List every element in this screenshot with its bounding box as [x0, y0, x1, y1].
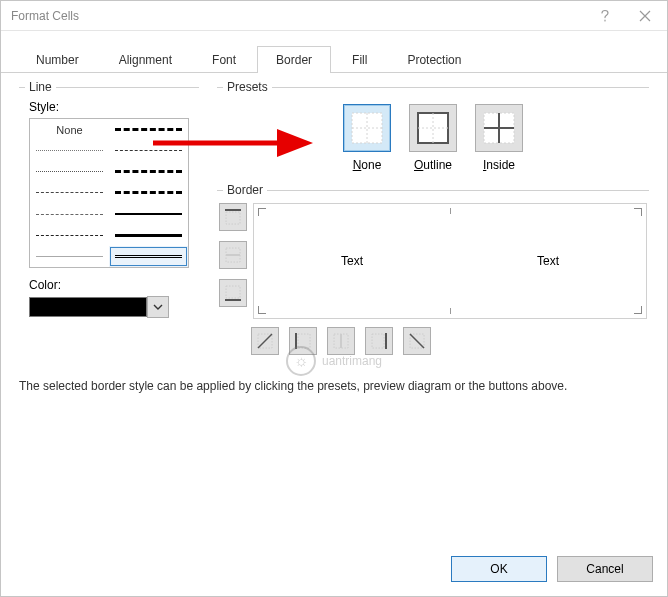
style-none[interactable]: None: [30, 119, 109, 140]
svg-rect-18: [298, 334, 310, 348]
dialog-buttons: OK Cancel: [451, 556, 653, 582]
border-group-label: Border: [223, 183, 267, 197]
line-group: Line Style: None: [19, 87, 199, 357]
style-thick[interactable]: [109, 225, 188, 246]
style-hair[interactable]: [30, 140, 109, 161]
style-list[interactable]: None: [29, 118, 189, 268]
preset-outline-label: Outline: [409, 158, 457, 172]
border-diagonal-up-button[interactable]: [251, 327, 279, 355]
preset-none-button[interactable]: [343, 104, 391, 152]
style-dashdotdot[interactable]: [30, 225, 109, 246]
presets-group-label: Presets: [223, 80, 272, 94]
border-bottom-buttons: [251, 327, 647, 355]
style-dashed-thin[interactable]: [30, 182, 109, 203]
groups: Line Style: None: [19, 87, 649, 357]
presets-row: None Outline: [217, 100, 649, 180]
tab-body: Line Style: None: [1, 73, 667, 409]
style-slantdashdot[interactable]: [109, 140, 188, 161]
presets-group: Presets None: [217, 87, 649, 180]
preset-none: None: [343, 104, 391, 172]
preset-inside-button[interactable]: [475, 104, 523, 152]
style-dashdot[interactable]: [30, 204, 109, 225]
format-cells-dialog: Format Cells Number Alignment Font Borde…: [0, 0, 668, 597]
window-controls: [585, 2, 665, 30]
preset-inside-icon: [482, 111, 516, 145]
preset-inside: Inside: [475, 104, 523, 172]
style-medium-dashdot[interactable]: [109, 161, 188, 182]
svg-rect-10: [226, 212, 240, 224]
svg-line-24: [410, 334, 424, 348]
color-dropdown-button[interactable]: [147, 296, 169, 318]
style-dotted[interactable]: [30, 161, 109, 182]
hint-text: The selected border style can be applied…: [19, 379, 649, 393]
tab-fill[interactable]: Fill: [333, 46, 386, 73]
dialog-title: Format Cells: [11, 9, 79, 23]
tab-border[interactable]: Border: [257, 46, 331, 73]
tab-number[interactable]: Number: [17, 46, 98, 73]
border-top-icon: [223, 207, 243, 227]
help-icon: [599, 9, 611, 23]
preview-cell-left: Text: [254, 204, 450, 318]
border-left-button[interactable]: [289, 327, 317, 355]
preset-none-label: None: [343, 158, 391, 172]
preset-outline: Outline: [409, 104, 457, 172]
color-label: Color:: [29, 278, 189, 292]
preview-area: Text Text: [253, 203, 647, 355]
tab-protection[interactable]: Protection: [388, 46, 480, 73]
border-bottom-icon: [223, 283, 243, 303]
style-medium-dashed[interactable]: [109, 182, 188, 203]
border-layout: Text Text: [217, 191, 649, 357]
help-button[interactable]: [585, 2, 625, 30]
line-group-label: Line: [25, 80, 56, 94]
border-diagonal-up-icon: [255, 331, 275, 351]
style-medium[interactable]: [109, 204, 188, 225]
border-horizontal-button[interactable]: [219, 241, 247, 269]
preset-inside-label: Inside: [475, 158, 523, 172]
preset-outline-icon: [416, 111, 450, 145]
svg-rect-21: [372, 334, 384, 348]
titlebar: Format Cells: [1, 1, 667, 31]
color-swatch[interactable]: [29, 297, 147, 317]
svg-rect-13: [226, 286, 240, 298]
style-label: Style:: [29, 100, 189, 114]
style-thin[interactable]: [30, 246, 109, 267]
cancel-button[interactable]: Cancel: [557, 556, 653, 582]
ok-button[interactable]: OK: [451, 556, 547, 582]
preset-none-icon: [350, 111, 384, 145]
chevron-down-icon: [153, 304, 163, 310]
border-group: Border: [217, 190, 649, 357]
right-column: Presets None: [217, 87, 649, 357]
border-right-icon: [369, 331, 389, 351]
close-icon: [639, 10, 651, 22]
border-diagonal-down-button[interactable]: [403, 327, 431, 355]
close-button[interactable]: [625, 2, 665, 30]
border-horizontal-icon: [223, 245, 243, 265]
color-picker: [29, 296, 189, 318]
tab-strip: Number Alignment Font Border Fill Protec…: [1, 31, 667, 73]
border-right-button[interactable]: [365, 327, 393, 355]
svg-line-16: [258, 334, 272, 348]
style-double[interactable]: [109, 246, 188, 267]
border-preview[interactable]: Text Text: [253, 203, 647, 319]
border-left-buttons: [219, 203, 247, 355]
border-vertical-icon: [331, 331, 351, 351]
tab-alignment[interactable]: Alignment: [100, 46, 191, 73]
border-vertical-button[interactable]: [327, 327, 355, 355]
border-bottom-button[interactable]: [219, 279, 247, 307]
border-left-icon: [293, 331, 313, 351]
preset-outline-button[interactable]: [409, 104, 457, 152]
preview-cell-right: Text: [450, 204, 646, 318]
style-medium-dashdotdot[interactable]: [109, 119, 188, 140]
tab-font[interactable]: Font: [193, 46, 255, 73]
border-top-button[interactable]: [219, 203, 247, 231]
border-diagonal-down-icon: [407, 331, 427, 351]
